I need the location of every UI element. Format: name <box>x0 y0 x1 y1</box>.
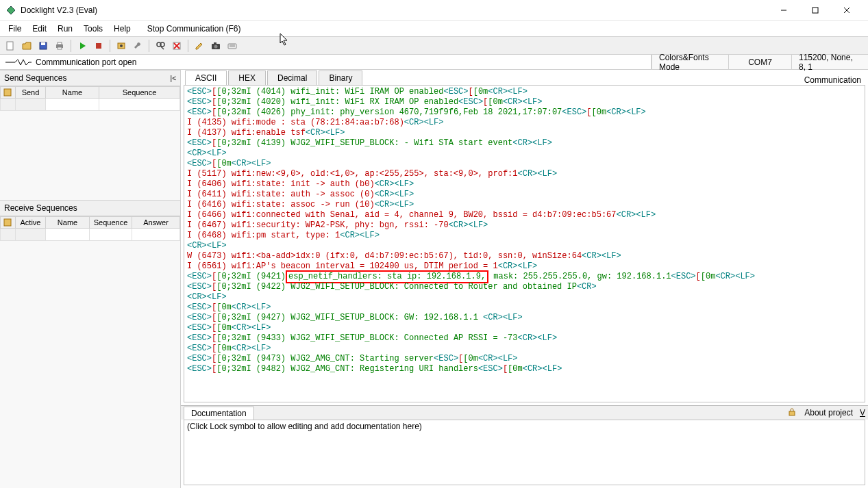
send-col-send[interactable]: Send <box>16 87 46 99</box>
toolbar <box>0 37 868 55</box>
print-icon[interactable] <box>52 38 67 53</box>
log-line: <CR><LF> <box>187 149 862 159</box>
title-bar: Docklight V2.3 (Eval) <box>0 0 868 21</box>
recv-col-active[interactable]: Active <box>16 217 46 229</box>
log-line: <ESC>[[0;32mI (9422) WJG2_WIFI_SETUP_BLO… <box>187 282 862 292</box>
menu-edit[interactable]: Edit <box>27 22 52 36</box>
right-panel: ASCII HEX Decimal Binary Communication <… <box>181 70 868 488</box>
svg-rect-9 <box>58 42 62 44</box>
log-line: <ESC>[[0;32mI (4020) wifi_init: WiFi RX … <box>187 97 862 107</box>
colors-mode-cell[interactable]: Colors&Fonts Mode <box>652 55 728 69</box>
svg-rect-10 <box>58 47 62 49</box>
tab-binary[interactable]: Binary <box>319 70 362 85</box>
save-icon[interactable] <box>36 38 51 53</box>
log-line: I (6416) wifi:state: assoc -> run (10)<C… <box>187 200 862 210</box>
wrench-icon[interactable] <box>130 38 145 53</box>
receive-sequences-header: Receive Sequences <box>0 200 180 216</box>
find-icon[interactable] <box>153 38 168 53</box>
log-line: I (6466) wifi:connected with Senal, aid … <box>187 210 862 220</box>
lock-icon[interactable] <box>788 408 797 418</box>
serial-settings-cell[interactable]: 115200, None, 8, 1 <box>791 55 868 69</box>
log-line: I (5117) wifi:new:<9,0>, old:<1,0>, ap:<… <box>187 169 862 179</box>
log-line: I (6406) wifi:state: init -> auth (b0)<C… <box>187 179 862 190</box>
version-link[interactable]: V <box>860 408 865 418</box>
documentation-body[interactable]: (Click Lock symbol to allow editing and … <box>184 420 865 485</box>
log-line: <ESC>[[0m<CR><LF> <box>187 159 862 169</box>
svg-point-14 <box>120 44 123 47</box>
tab-decimal[interactable]: Decimal <box>267 70 317 85</box>
status-row: Commmunication port open Colors&Fonts Mo… <box>0 55 868 70</box>
toolbar-separator <box>110 40 110 52</box>
close-button[interactable] <box>831 0 863 21</box>
recv-col-icon <box>1 217 16 229</box>
communication-output[interactable]: <ESC>[[0;32mI (4014) wifi_init: WiFi IRA… <box>184 85 865 402</box>
menu-file[interactable]: File <box>3 22 27 36</box>
menu-run[interactable]: Run <box>52 22 78 36</box>
log-line: I (6411) wifi:state: auth -> assoc (0)<C… <box>187 190 862 200</box>
log-line: <ESC>[[0;32mI (9473) WJG2_AMG_CNT: Start… <box>187 354 862 364</box>
open-icon[interactable] <box>19 38 34 53</box>
send-col-sequence[interactable]: Sequence <box>99 87 180 99</box>
log-line: I (6467) wifi:security: WPA2-PSK, phy: b… <box>187 220 862 231</box>
recv-col-sequence[interactable]: Sequence <box>90 217 132 229</box>
documentation-placeholder: (Click Lock symbol to allow editing and … <box>187 422 422 431</box>
left-panel: Send Sequences |< Send Name Sequence Rec… <box>0 70 181 488</box>
stop-communication[interactable]: Stop Communication (F6) <box>142 22 247 36</box>
table-row[interactable] <box>1 229 180 241</box>
table-row[interactable] <box>1 99 180 111</box>
svg-rect-30 <box>4 219 11 226</box>
connection-icon <box>4 58 32 66</box>
menu-help[interactable]: Help <box>108 22 136 36</box>
minimize-button[interactable] <box>768 0 799 21</box>
recv-col-answer[interactable]: Answer <box>132 217 180 229</box>
svg-rect-12 <box>96 43 101 49</box>
new-icon[interactable] <box>3 38 18 53</box>
log-line: <ESC>[[0;32mI (9427) WJG2_WIFI_SETUP_BLO… <box>187 313 862 323</box>
keyboard-icon[interactable] <box>225 38 240 53</box>
communication-label: Communication <box>804 75 868 85</box>
svg-rect-31 <box>789 411 795 415</box>
maximize-button[interactable] <box>799 0 831 21</box>
log-line: <ESC>[[0m<CR><LF> <box>187 303 862 313</box>
log-line: I (4137) wifi:enable tsf<CR><LF> <box>187 128 862 138</box>
about-project-link[interactable]: About project <box>804 408 853 418</box>
log-line: <ESC>[[0m<CR><LF> <box>187 344 862 354</box>
toolbar-separator <box>149 40 149 52</box>
log-line: <ESC>[[0;32mI (9433) WJG2_WIFI_SETUP_BLO… <box>187 333 862 344</box>
tab-hex[interactable]: HEX <box>228 70 266 85</box>
send-sequences-header: Send Sequences |< <box>0 70 180 86</box>
svg-point-22 <box>214 44 218 48</box>
log-line: <ESC>[[0;32mI (4026) phy_init: phy_versi… <box>187 107 862 118</box>
window-title: Docklight V2.3 (Eval) <box>21 5 768 15</box>
svg-rect-7 <box>41 42 45 45</box>
tab-ascii[interactable]: ASCII <box>185 70 227 85</box>
play-icon[interactable] <box>75 38 90 53</box>
snapshot-icon[interactable] <box>208 38 223 53</box>
clear-icon[interactable] <box>169 38 184 53</box>
send-col-icon <box>1 87 16 99</box>
log-line: I (4135) wifi:mode : sta (78:21:84:aa:b7… <box>187 118 862 128</box>
svg-marker-11 <box>80 42 86 49</box>
port-status-label: Commmunication port open <box>36 57 136 67</box>
send-col-name[interactable]: Name <box>46 87 99 99</box>
stop-icon[interactable] <box>91 38 106 53</box>
menu-bar: File Edit Run Tools Help Stop Communicat… <box>0 21 868 37</box>
svg-rect-2 <box>813 8 818 13</box>
log-line: I (6468) wifi:pm start, type: 1<CR><LF> <box>187 231 862 241</box>
recv-col-name[interactable]: Name <box>46 217 90 229</box>
edit-icon[interactable] <box>192 38 207 53</box>
svg-rect-29 <box>4 89 11 96</box>
log-line: <CR><LF> <box>187 292 862 303</box>
tab-documentation[interactable]: Documentation <box>184 407 254 420</box>
receive-sequences-table: Active Name Sequence Answer <box>0 216 180 241</box>
port-cell[interactable]: COM7 <box>728 55 791 69</box>
settings-icon[interactable] <box>114 38 129 53</box>
log-line: <ESC>[[0m<CR><LF> <box>187 323 862 333</box>
collapse-icon[interactable]: |< <box>171 75 176 82</box>
documentation-section: Documentation About project V (Click Loc… <box>181 405 868 488</box>
log-line: <CR><LF> <box>187 241 862 251</box>
toolbar-separator <box>188 40 188 52</box>
app-icon <box>5 5 16 16</box>
menu-tools[interactable]: Tools <box>78 22 108 36</box>
output-tabs-row: ASCII HEX Decimal Binary Communication <box>181 70 868 85</box>
